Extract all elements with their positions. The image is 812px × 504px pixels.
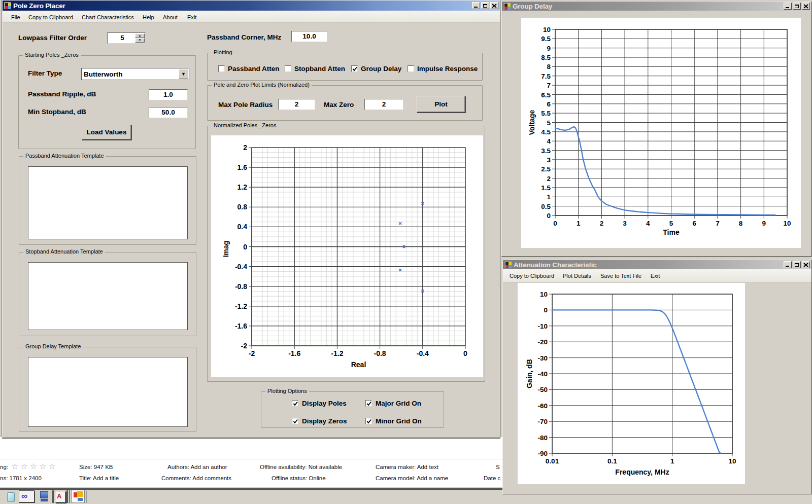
svg-text:6: 6 [692, 220, 696, 227]
svg-text:0: 0 [463, 349, 467, 357]
svg-text:10: 10 [543, 26, 551, 33]
svg-text:-2: -2 [241, 342, 248, 350]
svg-text:0: 0 [544, 306, 548, 314]
svg-text:-30: -30 [537, 354, 548, 362]
svg-text:5: 5 [547, 119, 551, 127]
svg-text:4: 4 [646, 220, 650, 227]
svg-text:-10: -10 [537, 322, 548, 330]
svg-text:4.5: 4.5 [541, 128, 551, 136]
svg-text:-0.8: -0.8 [374, 349, 386, 357]
svg-text:-2: -2 [249, 349, 255, 357]
svg-text:2.5: 2.5 [541, 165, 551, 173]
svg-text:0.01: 0.01 [546, 457, 559, 465]
svg-text:7.5: 7.5 [541, 73, 551, 80]
svg-text:-1.2: -1.2 [235, 302, 247, 310]
svg-text:0.8: 0.8 [238, 203, 248, 211]
svg-text:-50: -50 [537, 386, 548, 393]
svg-text:Real: Real [351, 361, 366, 369]
svg-text:-0.4: -0.4 [417, 349, 429, 357]
svg-text:-1.6: -1.6 [288, 349, 300, 357]
svg-text:5.5: 5.5 [541, 110, 551, 117]
svg-text:6: 6 [547, 100, 551, 108]
svg-text:5: 5 [669, 220, 673, 227]
svg-text:0: 0 [547, 212, 551, 220]
svg-text:Time: Time [663, 228, 680, 236]
svg-text:-1.6: -1.6 [235, 322, 247, 330]
svg-text:3: 3 [623, 220, 627, 227]
svg-text:2: 2 [547, 175, 551, 183]
svg-text:10: 10 [783, 220, 791, 227]
svg-text:-40: -40 [537, 370, 548, 378]
svg-text:-0.4: -0.4 [235, 263, 247, 271]
svg-text:0.4: 0.4 [238, 223, 248, 231]
svg-text:7: 7 [547, 82, 551, 89]
svg-text:-1.2: -1.2 [331, 349, 343, 357]
svg-text:2: 2 [243, 143, 247, 152]
svg-text:1.6: 1.6 [238, 163, 248, 171]
svg-text:8: 8 [739, 220, 743, 227]
svg-text:-70: -70 [537, 418, 548, 425]
svg-text:Frequency, MHz: Frequency, MHz [615, 468, 669, 476]
svg-text:2: 2 [600, 220, 604, 227]
svg-text:Imag: Imag [222, 241, 230, 258]
svg-text:-90: -90 [537, 450, 548, 457]
svg-text:-80: -80 [537, 434, 548, 442]
svg-text:-0.8: -0.8 [235, 282, 247, 291]
svg-text:1: 1 [547, 193, 551, 201]
svg-text:4: 4 [547, 137, 551, 145]
svg-text:1.5: 1.5 [541, 184, 551, 192]
svg-text:8.5: 8.5 [541, 54, 551, 61]
svg-text:Voltage: Voltage [528, 110, 536, 135]
svg-text:10: 10 [728, 457, 736, 465]
svg-text:1.2: 1.2 [238, 183, 248, 191]
svg-text:-60: -60 [537, 402, 548, 410]
svg-text:0: 0 [553, 220, 557, 227]
svg-text:3.5: 3.5 [541, 147, 551, 155]
svg-text:9: 9 [547, 45, 551, 52]
svg-text:0.5: 0.5 [541, 203, 551, 210]
svg-text:3: 3 [547, 156, 551, 164]
svg-text:Gain, dB: Gain, dB [525, 359, 533, 388]
svg-text:10: 10 [540, 291, 548, 298]
svg-text:1: 1 [577, 220, 581, 227]
svg-text:-20: -20 [537, 338, 548, 346]
svg-text:1: 1 [670, 457, 674, 465]
svg-text:0.1: 0.1 [607, 457, 617, 465]
svg-text:8: 8 [547, 63, 551, 70]
svg-text:6.5: 6.5 [541, 91, 551, 99]
svg-text:7: 7 [716, 220, 720, 227]
svg-text:9.5: 9.5 [541, 35, 551, 43]
svg-text:0: 0 [243, 243, 247, 251]
svg-text:9: 9 [762, 220, 766, 227]
